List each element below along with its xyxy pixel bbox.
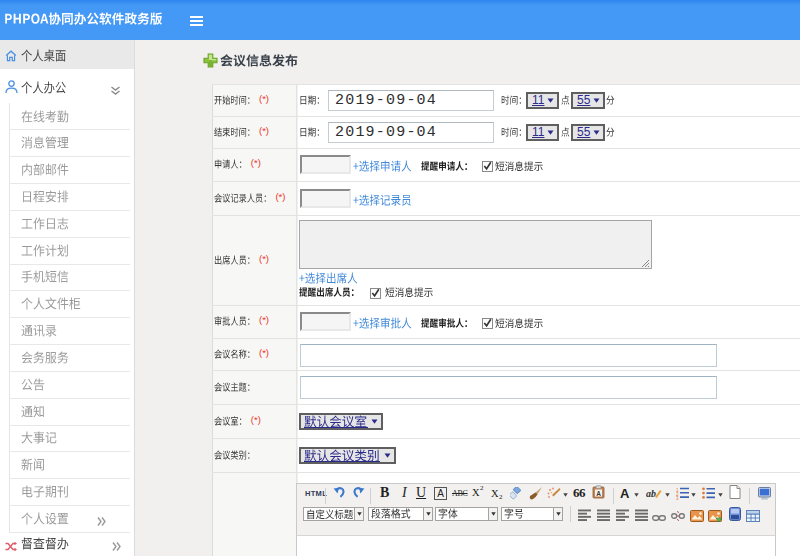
svg-text:ab: ab [646,488,656,499]
svg-text:A: A [596,490,601,497]
svg-text:3: 3 [676,496,679,500]
